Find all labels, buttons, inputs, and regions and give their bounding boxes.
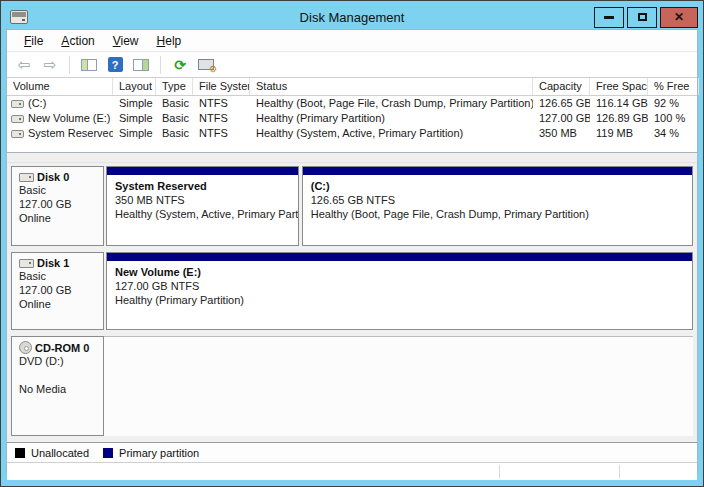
column-header-file-system[interactable]: File System — [193, 78, 250, 95]
partition-system-reserved[interactable]: System Reserved 350 MB NTFS Healthy (Sys… — [106, 166, 299, 246]
partition-title: System Reserved — [115, 179, 298, 193]
volume-name: System Reserved — [28, 126, 113, 141]
rescan-disks-button[interactable] — [195, 55, 217, 75]
cdrom-media-area[interactable] — [104, 336, 693, 436]
minimize-icon — [604, 16, 614, 19]
volume-percent-free: 34 % — [648, 126, 699, 141]
volume-status: Healthy (Boot, Page File, Crash Dump, Pr… — [250, 96, 533, 111]
volume-layout: Simple — [113, 96, 156, 111]
menu-help[interactable]: Help — [148, 31, 191, 51]
volume-icon — [11, 100, 24, 108]
disk-icon — [19, 173, 34, 182]
spacer — [19, 368, 103, 382]
volume-free-space: 119 MB — [590, 126, 648, 141]
cdrom-0-row: CD-ROM 0 DVD (D:) No Media — [11, 336, 697, 436]
toolbar-separator — [69, 56, 70, 74]
volume-free-space: 116.14 GB — [590, 96, 648, 111]
disk-0-row: Disk 0 Basic 127.00 GB Online System Res… — [11, 166, 697, 246]
toolbar: ⇦ ⇨ ? ⟳ — [7, 52, 697, 78]
disk-icon — [19, 259, 34, 268]
cdrom-icon — [19, 341, 32, 354]
partition-size: 126.65 GB NTFS — [311, 193, 692, 207]
volume-capacity: 126.65 GB — [533, 96, 590, 111]
column-header-volume[interactable]: Volume — [7, 78, 113, 95]
column-header-capacity[interactable]: Capacity — [533, 78, 590, 95]
column-header-type[interactable]: Type — [156, 78, 193, 95]
volume-capacity: 127.00 GB — [533, 111, 590, 126]
volume-file-system: NTFS — [193, 111, 250, 126]
help-button[interactable]: ? — [104, 55, 126, 75]
cdrom-name: CD-ROM 0 — [35, 342, 89, 354]
disk-1-panel[interactable]: Disk 1 Basic 127.00 GB Online — [11, 252, 104, 330]
disk-size: 127.00 GB — [19, 197, 103, 211]
window-content: File Action View Help ⇦ ⇨ ? ⟳ Volume Lay… — [6, 29, 698, 474]
disk-size: 127.00 GB — [19, 283, 103, 297]
column-header-status[interactable]: Status — [250, 78, 533, 95]
volume-status: Healthy (System, Active, Primary Partiti… — [250, 126, 533, 141]
status-bar — [7, 462, 697, 480]
disk-status: Online — [19, 211, 103, 225]
partition-new-volume-e[interactable]: New Volume (E:) 127.00 GB NTFS Healthy (… — [106, 252, 693, 330]
refresh-icon: ⟳ — [174, 58, 186, 72]
cdrom-drive-letter: DVD (D:) — [19, 354, 103, 368]
disk-0-partitions: System Reserved 350 MB NTFS Healthy (Sys… — [106, 166, 693, 246]
partition-status: Healthy (Boot, Page File, Crash Dump, Pr… — [311, 207, 692, 221]
column-header-free-space[interactable]: Free Space — [590, 78, 648, 95]
volume-name: (C:) — [28, 96, 46, 111]
disk-management-window: Disk Management ✕ File Action View Help … — [0, 0, 704, 487]
table-row[interactable]: New Volume (E:) Simple Basic NTFS Health… — [7, 111, 697, 126]
column-header-percent-free[interactable]: % Free — [648, 78, 699, 95]
partition-size: 350 MB NTFS — [115, 193, 298, 207]
menu-action[interactable]: Action — [52, 31, 103, 51]
volume-free-space: 126.89 GB — [590, 111, 648, 126]
primary-partition-bar — [107, 167, 298, 175]
forward-icon: ⇨ — [44, 57, 57, 72]
minimize-button[interactable] — [594, 7, 624, 28]
table-row[interactable]: (C:) Simple Basic NTFS Healthy (Boot, Pa… — [7, 96, 697, 111]
unallocated-swatch — [15, 448, 25, 458]
primary-partition-swatch — [103, 448, 113, 458]
volume-percent-free: 100 % — [648, 111, 699, 126]
menu-file[interactable]: File — [15, 31, 52, 51]
cdrom-0-panel[interactable]: CD-ROM 0 DVD (D:) No Media — [11, 336, 104, 436]
disk-name: Disk 1 — [37, 257, 69, 269]
table-row[interactable]: System Reserved Simple Basic NTFS Health… — [7, 126, 697, 141]
volume-capacity: 350 MB — [533, 126, 590, 141]
show-action-pane-button[interactable] — [130, 55, 152, 75]
rescan-disks-icon — [198, 59, 214, 70]
close-icon: ✕ — [674, 10, 684, 24]
disk-1-partitions: New Volume (E:) 127.00 GB NTFS Healthy (… — [106, 252, 693, 330]
disk-0-panel[interactable]: Disk 0 Basic 127.00 GB Online — [11, 166, 104, 246]
toolbar-separator — [160, 56, 161, 74]
partition-title: (C:) — [311, 179, 692, 193]
legend-bar: Unallocated Primary partition — [7, 442, 697, 462]
back-button[interactable]: ⇦ — [13, 55, 35, 75]
volume-icon — [11, 115, 24, 123]
legend-label-unallocated: Unallocated — [31, 447, 89, 459]
close-button[interactable]: ✕ — [660, 7, 698, 28]
window-controls: ✕ — [591, 7, 698, 28]
volume-file-system: NTFS — [193, 126, 250, 141]
volume-type: Basic — [156, 126, 193, 141]
column-header-layout[interactable]: Layout — [113, 78, 156, 95]
disk-type: Basic — [19, 183, 103, 197]
statusbar-divider — [619, 465, 620, 478]
volume-icon — [11, 130, 24, 138]
maximize-button[interactable] — [627, 7, 657, 28]
menu-view[interactable]: View — [104, 31, 148, 51]
volume-status: Healthy (Primary Partition) — [250, 111, 533, 126]
back-icon: ⇦ — [18, 57, 31, 72]
partition-size: 127.00 GB NTFS — [115, 279, 692, 293]
refresh-button[interactable]: ⟳ — [169, 55, 191, 75]
console-tree-icon — [81, 59, 97, 71]
legend-label-primary-partition: Primary partition — [119, 447, 199, 459]
show-console-tree-button[interactable] — [78, 55, 100, 75]
primary-partition-bar — [303, 167, 692, 175]
partition-c[interactable]: (C:) 126.65 GB NTFS Healthy (Boot, Page … — [302, 166, 693, 246]
forward-button[interactable]: ⇨ — [39, 55, 61, 75]
volume-type: Basic — [156, 96, 193, 111]
pane-splitter[interactable] — [7, 153, 697, 163]
disk-status: Online — [19, 297, 103, 311]
volume-layout: Simple — [113, 111, 156, 126]
volume-name: New Volume (E:) — [28, 111, 111, 126]
